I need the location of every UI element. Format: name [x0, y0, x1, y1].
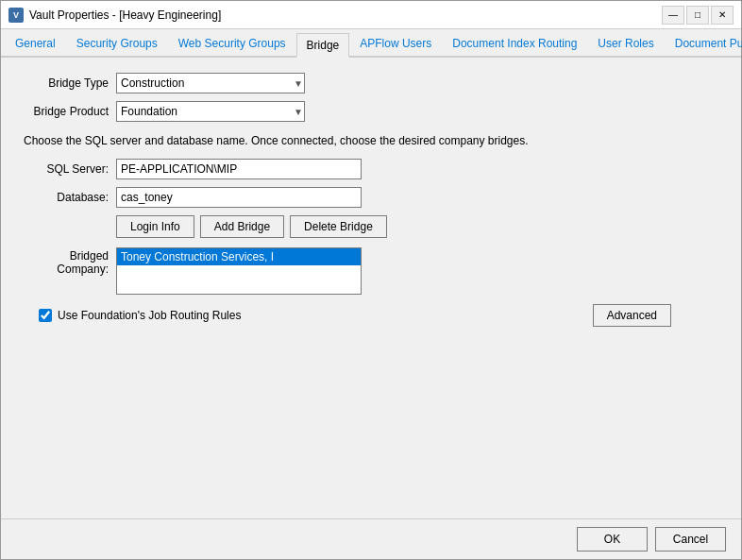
bridge-type-select[interactable]: ConstructionOther [116, 73, 305, 93]
vault-icon: V [8, 8, 24, 23]
bridge-type-wrapper: ConstructionOther ▼ [116, 73, 305, 93]
ok-button[interactable]: OK [577, 527, 648, 552]
bridge-product-select[interactable]: FoundationOther [116, 101, 305, 122]
database-row: Database: [24, 187, 718, 208]
add-bridge-button[interactable]: Add Bridge [200, 215, 284, 238]
tab-security-groups[interactable]: Security Groups [66, 31, 168, 56]
bridge-type-row: Bridge Type ConstructionOther ▼ [24, 73, 718, 93]
bridged-company-list[interactable]: Toney Construction Services, I [116, 247, 362, 295]
tab-user-roles[interactable]: User Roles [587, 31, 664, 56]
title-controls: — □ ✕ [662, 6, 734, 25]
window-title: Vault Properties - [Heavy Engineering] [29, 8, 221, 22]
tab-bar: General Security Groups Web Security Gro… [1, 29, 741, 58]
title-bar: V Vault Properties - [Heavy Engineering]… [1, 1, 741, 29]
tab-document-index-routing[interactable]: Document Index Routing [442, 31, 587, 56]
bridge-type-label: Bridge Type [24, 76, 109, 90]
sql-server-label: SQL Server: [24, 162, 109, 176]
tab-apflow-users[interactable]: APFlow Users [349, 31, 442, 56]
tab-web-security-groups[interactable]: Web Security Groups [168, 31, 296, 56]
advanced-button[interactable]: Advanced [593, 304, 671, 327]
bridge-product-row: Bridge Product FoundationOther ▼ [24, 101, 718, 122]
main-window: V Vault Properties - [Heavy Engineering]… [0, 0, 742, 560]
bridged-company-row: Bridged Company: Toney Construction Serv… [24, 247, 718, 295]
login-info-button[interactable]: Login Info [116, 215, 194, 238]
cancel-button[interactable]: Cancel [655, 527, 726, 552]
tab-general[interactable]: General [5, 31, 66, 56]
footer: OK Cancel [1, 518, 741, 559]
job-routing-label: Use Foundation's Job Routing Rules [58, 309, 241, 322]
tab-bridge[interactable]: Bridge [296, 33, 350, 58]
sql-server-input[interactable] [116, 159, 362, 179]
database-input[interactable] [116, 187, 362, 208]
button-row: Login Info Add Bridge Delete Bridge [116, 215, 718, 238]
bridge-product-label: Bridge Product [24, 105, 109, 118]
tab-document-publishing[interactable]: Document Publishing [665, 31, 742, 56]
checkbox-row: Use Foundation's Job Routing Rules Advan… [39, 304, 718, 327]
bridge-product-wrapper: FoundationOther ▼ [116, 101, 305, 122]
title-bar-left: V Vault Properties - [Heavy Engineering] [8, 8, 221, 23]
database-label: Database: [24, 191, 109, 204]
bridged-company-item[interactable]: Toney Construction Services, I [117, 248, 361, 265]
minimize-button[interactable]: — [662, 6, 684, 25]
sql-server-row: SQL Server: [24, 159, 718, 179]
maximize-button[interactable]: □ [686, 6, 709, 25]
content-area: Bridge Type ConstructionOther ▼ Bridge P… [1, 58, 741, 518]
close-button[interactable]: ✕ [711, 6, 734, 25]
delete-bridge-button[interactable]: Delete Bridge [290, 215, 387, 238]
info-text: Choose the SQL server and database name.… [24, 133, 718, 149]
bridged-company-label: Bridged Company: [24, 247, 109, 276]
job-routing-checkbox[interactable] [39, 309, 52, 322]
